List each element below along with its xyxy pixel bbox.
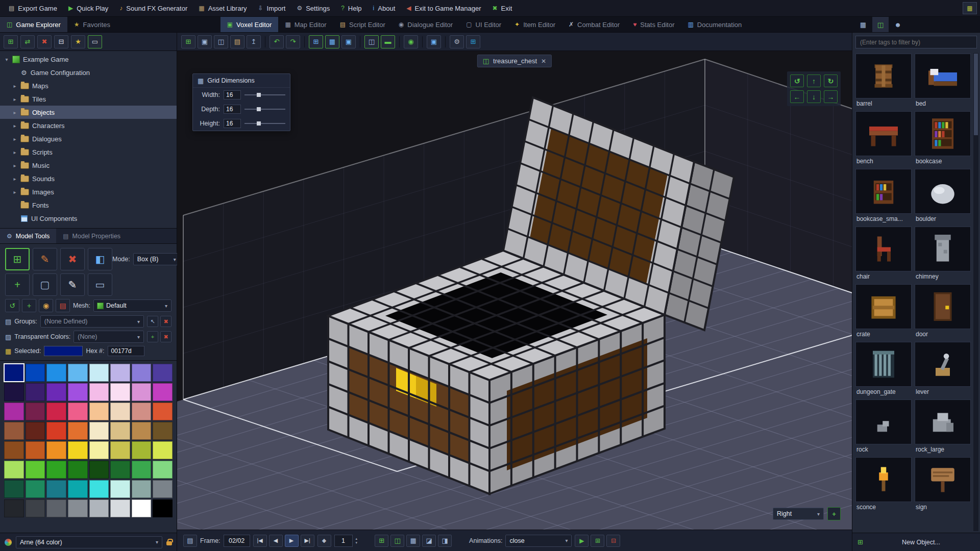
save-model-icon[interactable]: ▣ [198, 35, 212, 48]
last-frame-icon[interactable]: ▶| [301, 535, 314, 547]
show-preview-icon[interactable]: ▭ [88, 35, 102, 48]
tree-item-fonts[interactable]: Fonts [0, 198, 177, 212]
play-icon[interactable]: ▶ [285, 535, 299, 547]
fill-tool-icon[interactable]: ◧ [88, 248, 112, 270]
palette-select[interactable]: Arne (64 color) ▾ [16, 536, 162, 548]
palette-swatch[interactable] [132, 422, 152, 440]
collapse-all-icon[interactable]: ⊟ [54, 35, 68, 48]
tree-item-characters[interactable]: ▸Characters [0, 119, 177, 132]
palette-swatch[interactable] [153, 364, 173, 382]
palette-swatch[interactable] [89, 403, 109, 420]
select-box-tool-icon[interactable]: ▢ [33, 273, 57, 296]
library-item-barrel[interactable]: barrel [855, 54, 912, 107]
tab-model-properties[interactable]: ▤Model Properties [56, 229, 127, 243]
library-item-bed[interactable]: bed [915, 54, 971, 107]
palette-swatch[interactable] [68, 403, 88, 420]
library-item-bookcase[interactable]: bookcase [915, 111, 971, 165]
selected-color-swatch[interactable] [44, 346, 83, 356]
menu-import[interactable]: ⇩Import [253, 0, 291, 16]
palette-swatch[interactable] [68, 480, 88, 498]
menu-export-game[interactable]: ▤Export Game [3, 0, 63, 16]
palette-swatch[interactable] [110, 403, 130, 420]
palette-swatch[interactable] [132, 480, 152, 498]
library-item-sign[interactable]: sign [915, 457, 971, 511]
palette-swatch[interactable] [68, 499, 88, 517]
erase-voxel-tool-icon[interactable]: ✖ [60, 248, 85, 270]
screenshot-icon[interactable]: ▣ [427, 35, 441, 48]
library-item-sconce[interactable]: sconce [855, 457, 912, 511]
move-tool-icon[interactable]: + [5, 273, 30, 296]
dimension-value[interactable]: 16 [224, 105, 241, 114]
library-item-rock-large[interactable]: rock_large [915, 399, 971, 453]
palette-swatch[interactable] [68, 461, 88, 479]
box-frame-tool-icon[interactable]: ▭ [88, 273, 112, 296]
palette-swatch[interactable] [132, 441, 152, 459]
show-floor-icon[interactable]: ▬ [381, 35, 395, 48]
refresh-icon[interactable]: ⇄ [20, 35, 35, 48]
favorite-icon[interactable]: ★ [71, 35, 85, 48]
palette-swatch[interactable] [153, 383, 173, 401]
palette-swatch[interactable] [4, 461, 24, 479]
palette-swatch[interactable] [26, 499, 45, 517]
show-blocks-icon[interactable]: ▦ [325, 35, 339, 48]
palette-swatch[interactable] [132, 364, 152, 382]
tree-item-images[interactable]: ▸Images [0, 185, 177, 198]
tiles-panel-icon[interactable]: ▦ [855, 17, 871, 32]
remove-transparent-icon[interactable]: ✖ [160, 331, 172, 342]
pan-right-icon[interactable]: → [824, 90, 838, 103]
show-grid-icon[interactable]: ⊞ [309, 35, 323, 48]
palette-swatch[interactable] [26, 441, 45, 459]
tab-game-explorer[interactable]: ◫Game Explorer [0, 17, 67, 32]
palette-swatch[interactable] [89, 461, 109, 479]
palette-swatch[interactable] [110, 480, 130, 498]
menu-exit-to-game-manager[interactable]: ◀Exit to Game Manager [401, 0, 486, 16]
tab-map-editor[interactable]: ▦Map Editor [278, 17, 333, 32]
undo-icon[interactable]: ↶ [270, 35, 284, 48]
mode-select[interactable]: Box (B) ▾ [133, 253, 180, 265]
viewport-settings-icon[interactable]: ⚙ [450, 35, 464, 48]
library-item-bookcase-sma[interactable]: bookcase_sma... [855, 169, 912, 222]
palette-swatch[interactable] [46, 364, 66, 382]
palette-swatch[interactable] [132, 499, 152, 517]
add-model-part-icon[interactable]: ⊞ [181, 35, 195, 48]
palette-swatch[interactable] [110, 499, 130, 517]
tree-item-scripts[interactable]: ▸Scripts [0, 145, 177, 159]
select-group-icon[interactable]: ↖ [147, 316, 158, 327]
tab-dialogue-editor[interactable]: ◉Dialogue Editor [392, 17, 459, 32]
library-item-chimney[interactable]: chimney [915, 227, 971, 280]
palette-swatch[interactable] [26, 403, 45, 420]
menu-asset-library[interactable]: ▦Asset Library [193, 0, 252, 16]
library-scrollbar[interactable] [973, 53, 978, 531]
dimension-slider[interactable] [244, 106, 285, 113]
frame-step-input[interactable]: 1 [334, 535, 353, 547]
delete-group-icon[interactable]: ✖ [160, 316, 172, 327]
palette-swap-icon[interactable]: ◉ [39, 299, 53, 312]
tab-favorites[interactable]: ★Favorites [67, 17, 117, 32]
palette-swatch[interactable] [46, 499, 66, 517]
palette-swatch[interactable] [26, 364, 45, 382]
library-item-crate[interactable]: crate [855, 284, 912, 338]
tilt-down-icon[interactable]: ↓ [807, 90, 821, 103]
groups-select[interactable]: (None Defined) ▾ [40, 315, 144, 328]
slider-thumb[interactable] [257, 93, 261, 97]
tree-item-tiles[interactable]: ▸Tiles [0, 92, 177, 106]
new-object-button[interactable]: New Object... [867, 539, 975, 546]
library-item-bench[interactable]: bench [855, 111, 912, 165]
palette-swatch[interactable] [89, 441, 109, 459]
palette-swatch[interactable] [132, 461, 152, 479]
open-model-icon[interactable]: ▤ [230, 35, 244, 48]
animation-select[interactable]: close ▾ [505, 535, 572, 547]
menu-sound-fx-generator[interactable]: ♪Sound FX Generator [114, 0, 193, 16]
tree-item-dialogues[interactable]: ▸Dialogues [0, 132, 177, 145]
remove-animation-icon[interactable]: ⊟ [606, 535, 620, 547]
menu-help[interactable]: ?Help [335, 0, 367, 16]
tab-combat-editor[interactable]: ✗Combat Editor [562, 17, 626, 32]
palette-swatch[interactable] [4, 499, 24, 517]
tag-filter-input[interactable] [855, 36, 977, 48]
palette-swatch[interactable] [110, 422, 130, 440]
palette-swatch[interactable] [4, 364, 24, 382]
lock-icon[interactable] [166, 541, 172, 545]
copy-frame-icon[interactable]: ▦ [406, 535, 420, 547]
palette-swatch[interactable] [89, 364, 109, 382]
palette-swatch[interactable] [89, 499, 109, 517]
